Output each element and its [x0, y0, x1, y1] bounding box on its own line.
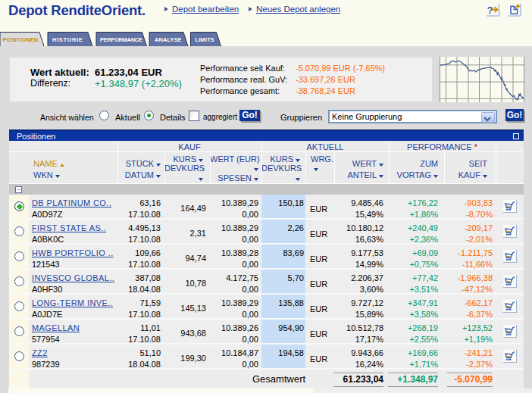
svg-text:HISTORIE: HISTORIE	[52, 36, 83, 43]
svg-text:PERFORMANCE: PERFORMANCE	[100, 36, 142, 43]
svg-text:POSITIONEN: POSITIONEN	[3, 36, 39, 43]
svg-text:ANALYSE: ANALYSE	[155, 36, 182, 43]
svg-text:LIMITS: LIMITS	[196, 36, 214, 43]
